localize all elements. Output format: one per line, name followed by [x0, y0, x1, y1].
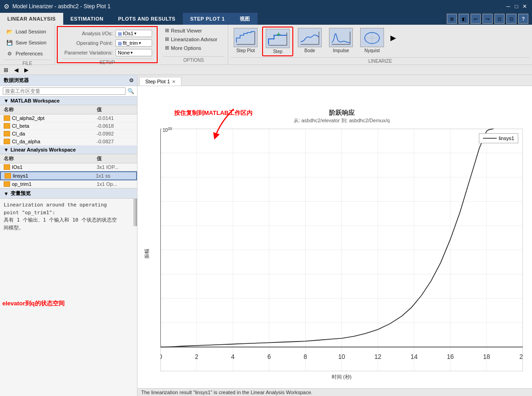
step-plot-linearize-button[interactable]: Step Plot: [231, 27, 260, 54]
search-input[interactable]: [3, 87, 126, 95]
y-axis-max-label: 1020: [163, 126, 172, 133]
var-icon: [4, 131, 10, 136]
var-value: 3x1 IOP...: [97, 164, 133, 170]
legend: linsys1: [479, 133, 518, 143]
operating-point-dropdown[interactable]: ▦ flt_trim ▾: [115, 39, 152, 47]
var-value: -0.0141: [97, 115, 133, 121]
more-options-button[interactable]: ⊞ More Options: [163, 44, 224, 52]
toolbar-icon-4[interactable]: ↪: [483, 14, 493, 24]
chevron-icon-3: ▾: [131, 50, 133, 55]
preview-text: Linearization around the operating point…: [0, 199, 137, 234]
result-viewer-button[interactable]: ⊞ Result Viewer: [163, 27, 224, 34]
nav-forward-icon[interactable]: ▶: [22, 66, 30, 74]
table-row[interactable]: Cl_alpha2_dpt -0.0141: [0, 114, 137, 122]
tab-step-plot-1[interactable]: STEP PLOT 1: [183, 13, 232, 25]
step-linearize-button[interactable]: Step: [262, 27, 293, 56]
file-section: 📂 Load Session 💾 Save Session ⚙ Preferen…: [0, 25, 55, 65]
value-col-header: 值: [97, 106, 133, 113]
table-row[interactable]: IOs1 3x1 IOP...: [0, 163, 137, 171]
browser-toggle-icon[interactable]: ⊙: [129, 77, 133, 83]
tab-estimation[interactable]: ESTIMATION: [63, 13, 111, 25]
x-axis-label: 时间 (秒): [332, 374, 351, 380]
linearize-section: Step Plot Step: [228, 25, 532, 65]
collapse-icon: ▼: [4, 98, 9, 103]
svg-text:18: 18: [483, 353, 490, 360]
load-session-button[interactable]: 📂 Load Session: [4, 27, 51, 37]
status-text: The linearization result "linsys1" is cr…: [141, 390, 313, 395]
step-plot-chart-icon: [234, 28, 258, 47]
plot-subtitle: 从: asbdhc2/elevator 到: asbdhc2/Demux/q: [160, 117, 523, 124]
toolbar-icon-2[interactable]: ◧: [459, 14, 469, 24]
svg-text:12: 12: [374, 353, 381, 360]
toolbar-icon-6[interactable]: ⊡: [506, 14, 516, 24]
variable-preview-section[interactable]: ▼ 变量预览: [0, 188, 137, 199]
maximize-button[interactable]: □: [513, 3, 520, 10]
ribbon-tabs: LINEAR ANALYSIS ESTIMATION PLOTS AND RES…: [0, 13, 532, 25]
content-area: Step Plot 1 ✕ 按住复制到MATLAB工作区内 阶跃响应 从: as…: [137, 75, 532, 396]
param-variations-dropdown[interactable]: None ▾: [115, 49, 152, 56]
nyquist-linearize-button[interactable]: Nyquist: [357, 27, 387, 54]
bode-linearize-button[interactable]: Bode: [295, 27, 324, 54]
toolbar-row: ⊞ ◀ ▶: [0, 65, 532, 75]
chevron-icon: ▾: [134, 31, 137, 36]
svg-text:4: 4: [231, 353, 235, 360]
more-linearize-button[interactable]: ▶: [389, 27, 398, 49]
matlab-workspace-section[interactable]: ▼ MATLAB Workspace: [0, 97, 137, 105]
save-session-button[interactable]: 💾 Save Session: [4, 38, 51, 48]
result-viewer-icon: ⊞: [165, 27, 169, 33]
linearization-advisor-button[interactable]: ⊞ Linearization Advisor: [163, 35, 224, 43]
var-name: Cl_beta: [12, 123, 97, 129]
tab-plots-results[interactable]: PLOTS AND RESULTS: [111, 13, 183, 25]
toolbar-icon-1[interactable]: ⊞: [447, 14, 457, 24]
nav-back-icon[interactable]: ◀: [12, 66, 20, 74]
close-button[interactable]: ✕: [521, 3, 528, 10]
ribbon-body: 📂 Load Session 💾 Save Session ⚙ Preferen…: [0, 25, 532, 65]
scrollbar[interactable]: [133, 199, 137, 226]
value-col-header-2: 值: [97, 155, 133, 162]
toolbar-icon-3[interactable]: ↩: [471, 14, 481, 24]
tab-linear-analysis[interactable]: LINEAR ANALYSIS: [0, 13, 63, 25]
svg-text:0: 0: [160, 353, 162, 360]
var-value: 1x1 Op...: [97, 181, 133, 187]
close-tab-icon[interactable]: ✕: [172, 79, 176, 84]
toolbar-icon-5[interactable]: ⊡: [494, 14, 505, 24]
step-plot-1-tab[interactable]: Step Plot 1 ✕: [139, 77, 181, 86]
name-col-header-2: 名称: [4, 155, 97, 162]
var-icon: [4, 181, 10, 187]
table-row[interactable]: Cl_da -0.0992: [0, 130, 137, 138]
linear-analysis-workspace-section[interactable]: ▼ Linear Analysis Workspace: [0, 146, 137, 154]
collapse-icon-3: ▼: [4, 191, 9, 196]
table-row-selected[interactable]: linsys1 1x1 ss: [0, 171, 137, 180]
table-row[interactable]: Cl_da_alpha -0.0827: [0, 138, 137, 146]
table-row[interactable]: Cl_beta -0.0618: [0, 122, 137, 130]
linear-workspace-label: Linear Analysis Workspace: [11, 147, 76, 152]
var-value: -0.0827: [97, 139, 133, 144]
nav-browser-icon[interactable]: ⊞: [2, 66, 10, 74]
svg-text:20: 20: [519, 353, 523, 360]
var-name: IOs1: [12, 164, 97, 170]
tab-view[interactable]: 视图: [232, 13, 258, 25]
matlab-table-header: 名称 值: [0, 105, 137, 114]
step-button-label: Step: [273, 49, 283, 54]
var-value: 1x1 ss: [96, 173, 132, 179]
preferences-button[interactable]: ⚙ Preferences: [4, 49, 51, 59]
analysis-ios-row: Analysis I/Os: ▦ IOs1 ▾: [62, 30, 152, 37]
help-icon[interactable]: ?: [518, 14, 528, 24]
plot-area: 按住复制到MATLAB工作区内 阶跃响应 从: asbdhc2/elevator…: [137, 86, 532, 388]
param-variations-label: Parameter Variations:: [62, 50, 113, 55]
impulse-linearize-button[interactable]: Impulse: [326, 27, 356, 54]
operating-point-row: Operating Point: ▦ flt_trim ▾: [62, 39, 152, 47]
legend-label: linsys1: [499, 136, 514, 141]
bode-chart-icon: [298, 28, 322, 47]
search-icon[interactable]: 🔍: [127, 88, 134, 94]
analysis-ios-dropdown[interactable]: ▦ IOs1 ▾: [115, 30, 152, 37]
var-value: -0.0992: [97, 131, 133, 136]
var-icon: [4, 115, 10, 121]
linearize-section-label: LINEARIZE: [231, 57, 529, 64]
title-bar: ⚙ Model Linearizer - asbdhc2 - Step Plot…: [0, 0, 532, 13]
impulse-chart-icon: [329, 28, 353, 47]
minimize-button[interactable]: ─: [505, 3, 512, 10]
plot-title: 阶跃响应: [160, 109, 523, 117]
table-row[interactable]: op_trim1 1x1 Op...: [0, 180, 137, 188]
more-options-icon: ⊞: [165, 45, 169, 51]
